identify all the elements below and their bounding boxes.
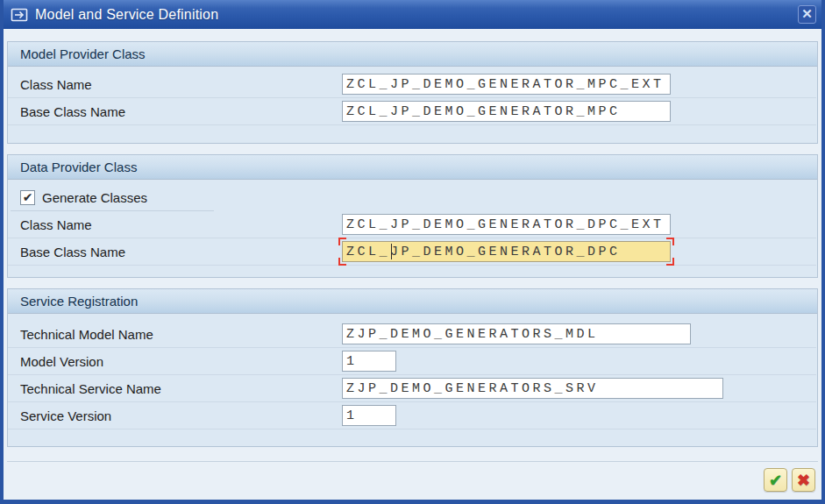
focus-bracket-bottom-right [666,258,674,266]
model-service-definition-dialog: Model and Service Definition ✕ Model Pro… [0,0,825,504]
technical-model-name-label: Technical Model Name [20,327,342,342]
red-x-icon: ✖ [797,471,810,490]
technical-service-name-input[interactable] [342,378,723,399]
green-check-icon: ✔ [769,471,782,490]
dpc-class-name-label: Class Name [20,217,342,232]
focus-bracket-top-right [666,238,674,245]
row-mpc-class-name: Class Name [8,71,816,98]
mpc-base-class-name-input[interactable] [342,101,671,122]
row-dpc-base-class-name: Base Class Name [8,238,816,266]
dialog-titlebar: Model and Service Definition ✕ [4,0,821,29]
row-generate-classes: ✔ Generate Classes [8,184,816,211]
model-version-label: Model Version [20,354,342,369]
row-technical-service-name: Technical Service Name [8,375,816,402]
row-dpc-class-name: Class Name [8,211,816,238]
section-service-registration: Service Registration Technical Model Nam… [7,288,818,447]
technical-model-name-input[interactable] [342,323,691,344]
dpc-base-class-name-label: Base Class Name [20,245,342,259]
generate-classes-checkbox[interactable]: ✔ [20,190,35,205]
dialog-title: Model and Service Definition [35,7,798,23]
focused-field-wrapper [342,241,671,262]
model-version-input[interactable] [342,351,396,372]
dialog-window-icon [11,8,29,22]
cancel-button[interactable]: ✖ [792,468,815,492]
section-title-model-provider: Model Provider Class [8,42,817,67]
focus-bracket-top-left [338,238,346,245]
row-technical-model-name: Technical Model Name [8,321,816,348]
technical-service-name-label: Technical Service Name [20,381,342,396]
service-version-label: Service Version [20,408,342,423]
row-model-version: Model Version [8,348,816,375]
mpc-class-name-label: Class Name [20,77,342,92]
dpc-class-name-input[interactable] [342,214,671,235]
close-button[interactable]: ✕ [798,5,816,24]
row-service-version: Service Version [8,402,816,429]
footer-button-bar: ✔ ✖ [7,462,818,492]
mpc-class-name-input[interactable] [342,74,671,95]
section-title-data-provider: Data Provider Class [8,155,817,180]
dialog-body: Model Provider Class Class Name Base Cla… [4,29,821,500]
text-cursor [391,244,392,259]
row-mpc-base-class-name: Base Class Name [8,98,816,125]
section-data-provider-class: Data Provider Class ✔ Generate Classes C… [7,154,818,278]
generate-classes-label: Generate Classes [42,190,147,205]
close-icon: ✕ [801,6,813,21]
section-title-service-registration: Service Registration [8,289,817,314]
service-version-input[interactable] [342,405,396,426]
checkmark-icon: ✔ [23,191,33,204]
mpc-base-class-name-label: Base Class Name [20,104,342,119]
section-model-provider-class: Model Provider Class Class Name Base Cla… [7,41,818,144]
ok-button[interactable]: ✔ [764,468,787,492]
focus-bracket-bottom-left [338,258,346,266]
